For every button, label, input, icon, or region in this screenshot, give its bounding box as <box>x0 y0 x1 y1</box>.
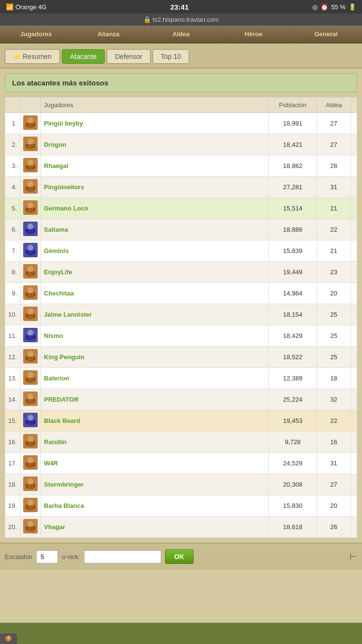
tab-resumen[interactable]: ⭐ Resumen <box>5 49 60 64</box>
url-bar[interactable]: 🔒 ts2.hispano.travian.com <box>0 14 362 26</box>
svg-rect-39 <box>33 271 35 275</box>
battery-info: ◎ ⏰ 55 % 🔋 <box>312 3 356 11</box>
nav-tab-aldea[interactable]: Aldea <box>145 26 217 42</box>
player-name-cell[interactable]: Stormbringer <box>41 474 269 495</box>
svg-rect-8 <box>26 144 28 148</box>
col-poblacion-header: Población <box>269 98 317 113</box>
player-name[interactable]: Balerion <box>44 375 69 382</box>
nav-tab-alianza[interactable]: Alianza <box>72 26 145 42</box>
player-name[interactable]: Raistlin <box>44 438 67 446</box>
table-row: 20. Vhagar 18,618 26 <box>5 517 357 538</box>
player-name-cell[interactable]: Pingüineitors <box>41 177 269 198</box>
player-name-cell[interactable]: King Penguin <box>41 347 269 368</box>
player-name-cell[interactable]: Chechitaa <box>41 283 269 304</box>
player-name[interactable]: Géminis <box>44 247 69 254</box>
location-icon: ◎ <box>312 3 318 11</box>
player-name[interactable]: King Penguin <box>44 353 84 361</box>
player-name[interactable]: Vhagar <box>44 523 65 531</box>
col-avatar-header <box>20 98 41 113</box>
player-name-cell[interactable]: Géminis <box>41 240 269 262</box>
player-name-cell[interactable]: EnjoyLife <box>41 262 269 283</box>
avatar <box>23 307 38 321</box>
svg-point-11 <box>28 160 33 166</box>
avatar-cell <box>20 155 41 177</box>
table-row: 8. EnjoyLife 19,449 23 <box>5 262 357 283</box>
village-cell: 16 <box>317 432 351 453</box>
player-name[interactable]: W4R <box>44 460 58 467</box>
rank-cell: 19. <box>5 495 20 517</box>
population-cell: 25,224 <box>269 389 317 410</box>
player-name-cell[interactable]: Germano Loco <box>41 198 269 219</box>
player-name[interactable]: Rhaegal <box>44 162 69 169</box>
cookie-icon: 🍪 <box>5 635 12 642</box>
player-name[interactable]: Barba Blanca <box>44 502 84 509</box>
table-row: 3. Rhaegal 18,862 28 <box>5 155 357 177</box>
player-name-cell[interactable]: Jaime Lannister <box>41 304 269 325</box>
player-name-cell[interactable]: Balerion <box>41 368 269 389</box>
rank-cell: 9. <box>5 283 20 304</box>
village-cell: 20 <box>317 283 351 304</box>
avatar-cell <box>20 517 41 538</box>
player-name-cell[interactable]: Vhagar <box>41 517 269 538</box>
population-cell: 9,728 <box>269 432 317 453</box>
nav-tab-heroe[interactable]: Héroe <box>218 26 290 42</box>
svg-rect-19 <box>33 186 35 190</box>
nick-input[interactable] <box>84 550 161 563</box>
svg-point-21 <box>28 202 33 208</box>
player-name[interactable]: Pingüi beyby <box>44 120 83 127</box>
carrier-label: Orange 4G <box>15 3 46 11</box>
main-navigation: Jugadores Alianza Aldea Héroe General <box>0 26 362 43</box>
tab-defensor[interactable]: Defensor <box>107 49 151 64</box>
village-cell: 25 <box>317 347 351 368</box>
rank-cell: 7. <box>5 240 20 262</box>
extra-cell <box>351 177 357 198</box>
rank-cell: 2. <box>5 134 20 155</box>
avatar <box>23 158 38 172</box>
tab-atacante[interactable]: Atacante <box>62 49 105 64</box>
svg-point-46 <box>28 308 33 314</box>
player-name[interactable]: Drogon <box>44 141 66 148</box>
extra-cell <box>351 368 357 389</box>
player-name[interactable]: Black Beard <box>44 417 80 424</box>
player-name[interactable]: EnjoyLife <box>44 268 72 276</box>
player-name[interactable]: Saitama <box>44 226 68 233</box>
player-name[interactable]: Germano Loco <box>44 205 88 212</box>
time-display: 23:41 <box>170 3 189 11</box>
player-name-cell[interactable]: Nismo <box>41 325 269 347</box>
player-name[interactable]: Stormbringer <box>44 481 84 488</box>
player-name-cell[interactable]: Barba Blanca <box>41 495 269 517</box>
player-name[interactable]: Jaime Lannister <box>44 311 92 318</box>
player-name[interactable]: Pingüineitors <box>44 183 84 191</box>
player-name[interactable]: Chechitaa <box>44 290 74 297</box>
svg-rect-49 <box>33 314 35 318</box>
player-name-cell[interactable]: PREDATOR <box>41 389 269 410</box>
player-name-cell[interactable]: Rhaegal <box>41 155 269 177</box>
escalafon-input[interactable] <box>36 550 58 563</box>
extra-cell <box>351 410 357 432</box>
player-name-cell[interactable]: Raistlin <box>41 432 269 453</box>
avatar-cell <box>20 410 41 432</box>
svg-rect-84 <box>33 462 35 466</box>
ok-button[interactable]: OK <box>165 549 194 564</box>
svg-point-81 <box>28 457 33 463</box>
cookie-bar[interactable]: 🍪 <box>0 633 17 644</box>
player-name-cell[interactable]: Saitama <box>41 219 269 240</box>
player-name-cell[interactable]: Black Beard <box>41 410 269 432</box>
svg-rect-18 <box>26 186 28 190</box>
nav-tab-general[interactable]: General <box>290 26 362 42</box>
nav-tab-jugadores[interactable]: Jugadores <box>0 26 72 42</box>
player-name-cell[interactable]: Pingüi beyby <box>41 113 269 134</box>
svg-rect-17 <box>27 187 34 192</box>
village-cell: 25 <box>317 304 351 325</box>
svg-point-51 <box>28 330 33 336</box>
player-name-cell[interactable]: Drogon <box>41 134 269 155</box>
tab-top10[interactable]: Top 10 <box>153 49 189 64</box>
svg-rect-24 <box>33 208 35 211</box>
player-name[interactable]: Nismo <box>44 332 63 339</box>
player-name-cell[interactable]: W4R <box>41 453 269 474</box>
svg-rect-9 <box>33 144 35 148</box>
lock-icon: 🔒 <box>143 16 151 23</box>
avatar-cell <box>20 325 41 347</box>
svg-point-56 <box>28 351 33 357</box>
player-name[interactable]: PREDATOR <box>44 396 79 403</box>
